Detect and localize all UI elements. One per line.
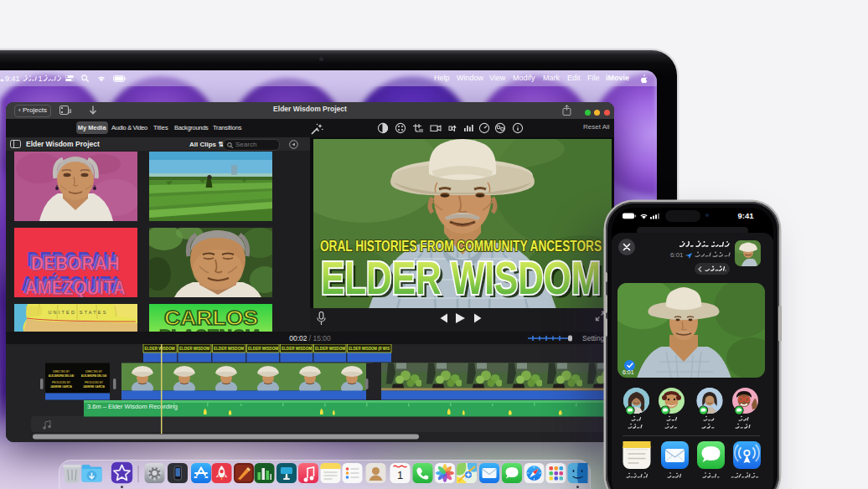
svg-text:JASMINE GARCIA: JASMINE GARCIA bbox=[50, 385, 73, 389]
svg-text:ELDER WISDOM: ELDER WISDOM bbox=[179, 346, 209, 351]
svg-text:ELDER WISDOM: ELDER WISDOM bbox=[321, 251, 601, 304]
svg-text:JASMINE GARCIA: JASMINE GARCIA bbox=[83, 385, 106, 389]
svg-text:ELDER WISDOM: ELDER WISDOM bbox=[248, 346, 278, 351]
svg-text:ELDER WISDOM (R WIS: ELDER WISDOM (R WIS bbox=[349, 346, 390, 351]
svg-text:DIRECTED BY: DIRECTED BY bbox=[53, 370, 70, 373]
svg-text:ELDER WISDOM: ELDER WISDOM bbox=[315, 346, 345, 351]
svg-text:ALEJANDRA DELGAI: ALEJANDRA DELGAI bbox=[81, 374, 107, 378]
svg-text:3.6m – Elder Wisdom Recording: 3.6m – Elder Wisdom Recording bbox=[87, 403, 178, 410]
svg-text:9:41: 9:41 bbox=[5, 75, 20, 83]
svg-text:ALEJANDRA DELGAI: ALEJANDRA DELGAI bbox=[49, 374, 75, 378]
svg-text:DEBORAH: DEBORAH bbox=[31, 253, 120, 275]
svg-text:1: 1 bbox=[397, 469, 403, 481]
svg-text:UNITED STATES: UNITED STATES bbox=[48, 310, 107, 315]
svg-text:ELDER WISDOM: ELDER WISDOM bbox=[282, 346, 312, 351]
svg-text:1: 1 bbox=[39, 75, 43, 83]
svg-text:AMÉZQUITA: AMÉZQUITA bbox=[25, 276, 126, 297]
svg-text:DIRECTED BY: DIRECTED BY bbox=[85, 370, 102, 373]
svg-text:PRODUCED BY: PRODUCED BY bbox=[52, 381, 70, 384]
svg-text:ELDER WISDOM: ELDER WISDOM bbox=[214, 346, 244, 351]
svg-text:PRODUCED BY: PRODUCED BY bbox=[85, 381, 103, 384]
svg-text:PLASENCIA: PLASENCIA bbox=[159, 326, 263, 332]
svg-text:ELDER WISDOM: ELDER WISDOM bbox=[145, 346, 175, 351]
